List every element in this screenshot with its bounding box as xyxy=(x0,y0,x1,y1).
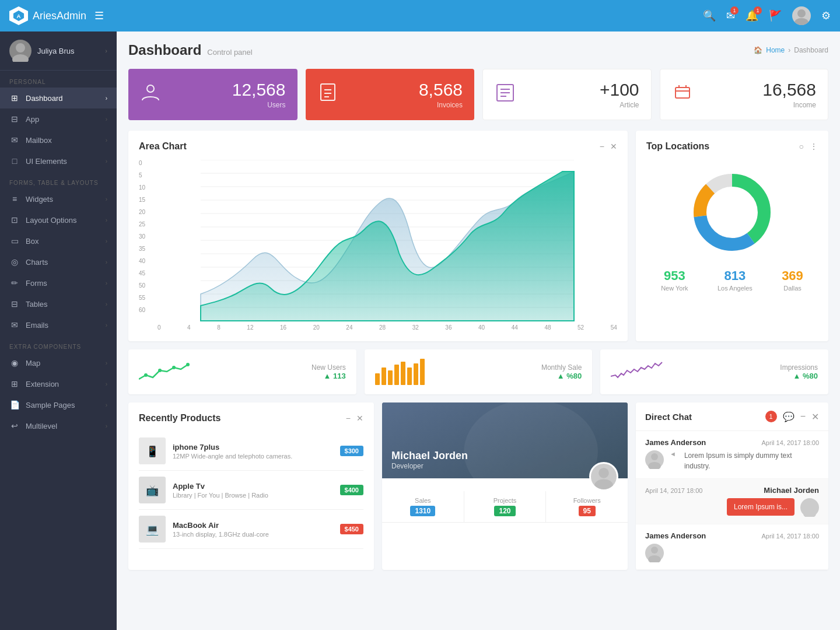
notification-icon[interactable]: 🔔 1 xyxy=(746,9,758,22)
users-stat-right: 12,568 Users xyxy=(232,80,286,109)
sidebar-item-extension[interactable]: ⊞ Extension › xyxy=(0,373,117,394)
sidebar-item-charts[interactable]: ◎ Charts › xyxy=(0,251,117,272)
users-stat-icon xyxy=(140,82,161,107)
sidebar-layout-label: Layout Options xyxy=(26,216,100,225)
sidebar-item-forms[interactable]: ✏ Forms › xyxy=(0,272,117,293)
sidebar-box-label: Box xyxy=(26,237,100,246)
monthly-sale-bars xyxy=(375,359,428,385)
product-item-0: 📱 iphone 7plus 12MP Wide-angle and telep… xyxy=(139,432,363,471)
rp-minimize-icon[interactable]: − xyxy=(346,414,351,423)
logo-text: AriesAdmin xyxy=(33,10,86,22)
user-avatar[interactable] xyxy=(792,6,811,25)
sidebar-item-sample[interactable]: 📄 Sample Pages › xyxy=(0,394,117,415)
circle-icon: ○ xyxy=(799,142,804,151)
sidebar-item-box[interactable]: ▭ Box › xyxy=(0,230,117,251)
settings-icon[interactable]: ⚙ xyxy=(821,9,831,22)
profile-stats-row: Sales 1310 Projects 120 Followers 95 xyxy=(382,491,628,523)
sidebar-item-app[interactable]: ⊟ App › xyxy=(0,108,117,130)
sidebar-item-tables[interactable]: ⊟ Tables › xyxy=(0,293,117,314)
area-chart-card: Area Chart − ✕ 605550454035302520151050 xyxy=(128,131,628,341)
chat-avatar-0 xyxy=(645,450,664,469)
donut-stat-la: 813 Los Angeles xyxy=(718,268,752,292)
top-locations-actions: ○ ⋮ xyxy=(799,142,818,151)
extension-arrow: › xyxy=(106,381,107,387)
sidebar-item-emails[interactable]: ✉ Emails › xyxy=(0,314,117,335)
svg-rect-47 xyxy=(420,359,425,385)
profile-name-group: Michael Jorden Developer xyxy=(391,450,468,470)
page-title: Dashboard xyxy=(128,42,201,58)
chat-avatar-2 xyxy=(645,544,664,562)
breadcrumb: 🏠 Home › Dashboard xyxy=(754,46,828,54)
chat-msg-2-body xyxy=(645,544,819,562)
sidebar-map-label: Map xyxy=(26,359,100,368)
impressions-info: Impressions ▲ %80 xyxy=(780,363,818,380)
search-icon[interactable]: 🔍 xyxy=(703,9,716,22)
top-navbar: A AriesAdmin ☰ 🔍 ✉ 1 🔔 1 🚩 ⚙ xyxy=(0,0,840,32)
chat-badge: 1 xyxy=(765,411,777,422)
topnav-left: A AriesAdmin ☰ xyxy=(9,6,104,25)
sidebar-item-mailbox[interactable]: ✉ Mailbox › xyxy=(0,130,117,150)
layout-icon: ⊡ xyxy=(9,215,20,225)
mailbox-icon: ✉ xyxy=(9,135,20,145)
income-stat-label: Income xyxy=(762,101,816,109)
area-chart-svg xyxy=(158,160,617,323)
mini-stats-row: New Users ▲ 113 Monthly Sale xyxy=(128,349,828,394)
chat-sender-1: Michael Jorden xyxy=(764,486,819,495)
email-icon[interactable]: ✉ 1 xyxy=(726,9,735,22)
product-info-2: MacBook Air 13-inch display, 1.8GHz dual… xyxy=(173,521,269,538)
chat-header-actions: 1 💬 − ✕ xyxy=(765,411,819,422)
emails-arrow: › xyxy=(106,322,107,328)
sidebar-item-multilevel[interactable]: ↩ Multilevel › xyxy=(0,415,117,436)
sidebar-item-map[interactable]: ◉ Map › xyxy=(0,352,117,373)
breadcrumb-home-link[interactable]: Home xyxy=(766,46,785,54)
new-users-sparkline xyxy=(139,359,191,385)
middle-row: Area Chart − ✕ 605550454035302520151050 xyxy=(128,131,828,341)
recently-products-card: Recently Products − ✕ 📱 iphone 7plus 12M… xyxy=(128,402,374,570)
top-locations-card: Top Locations ○ ⋮ xyxy=(636,131,828,341)
chat-minimize-icon[interactable]: − xyxy=(800,411,806,422)
page-header: Dashboard Control panel 🏠 Home › Dashboa… xyxy=(128,42,828,58)
chat-msg-0-header: James Anderson April 14, 2017 18:00 xyxy=(645,438,819,447)
product-desc-1: Library | For You | Browse | Radio xyxy=(173,492,268,499)
sidebar-item-layout[interactable]: ⊡ Layout Options › xyxy=(0,209,117,230)
svg-rect-45 xyxy=(407,368,412,385)
hamburger-button[interactable]: ☰ xyxy=(94,9,104,22)
sidebar-item-dashboard[interactable]: ⊞ Dashboard › xyxy=(0,88,117,108)
svg-rect-44 xyxy=(401,362,405,385)
chat-msg-0: James Anderson April 14, 2017 18:00 ◄ Lo… xyxy=(636,431,828,479)
minimize-icon[interactable]: − xyxy=(600,142,604,151)
forms-section-label: FORMS, TABLE & LAYOUTS xyxy=(0,172,117,188)
chat-msg-2: James Anderson April 14, 2017 18:00 xyxy=(636,524,828,570)
sidebar-extension-label: Extension xyxy=(26,380,100,388)
svg-point-62 xyxy=(803,510,816,517)
svg-text:💻: 💻 xyxy=(146,523,159,536)
projects-badge: 120 xyxy=(494,506,515,516)
sidebar-charts-label: Charts xyxy=(26,258,100,267)
impressions-sparkline xyxy=(611,359,663,385)
svg-point-6 xyxy=(147,85,154,92)
tables-icon: ⊟ xyxy=(9,299,20,309)
svg-point-59 xyxy=(651,453,658,460)
logo-icon: A xyxy=(9,6,28,25)
sidebar-item-ui[interactable]: □ UI Elements › xyxy=(0,150,117,172)
stat-card-users: 12,568 Users xyxy=(128,69,298,120)
flag-icon[interactable]: 🚩 xyxy=(769,9,782,22)
sidebar-user[interactable]: Juliya Brus › xyxy=(0,32,117,71)
more-icon[interactable]: ⋮ xyxy=(810,142,818,151)
chat-close-icon[interactable]: ✕ xyxy=(811,411,819,422)
close-icon[interactable]: ✕ xyxy=(610,142,617,151)
app-icon: ⊟ xyxy=(9,114,20,124)
rp-close-icon[interactable]: ✕ xyxy=(356,414,363,423)
stat-card-income: 16,568 Income xyxy=(660,69,829,120)
sidebar-item-widgets[interactable]: ≡ Widgets › xyxy=(0,188,117,209)
profile-avatar xyxy=(589,462,618,491)
donut-stat-ny: 953 New York xyxy=(661,268,688,292)
chat-comment-icon[interactable]: 💬 xyxy=(783,411,794,422)
product-name-1: Apple Tv xyxy=(173,482,268,491)
product-info-0: iphone 7plus 12MP Wide-angle and telepho… xyxy=(173,443,292,460)
dashboard-arrow: › xyxy=(106,95,107,102)
logo: A AriesAdmin xyxy=(9,6,86,25)
page-title-group: Dashboard Control panel xyxy=(128,42,253,58)
ui-arrow: › xyxy=(106,158,107,164)
svg-point-4 xyxy=(16,43,25,52)
